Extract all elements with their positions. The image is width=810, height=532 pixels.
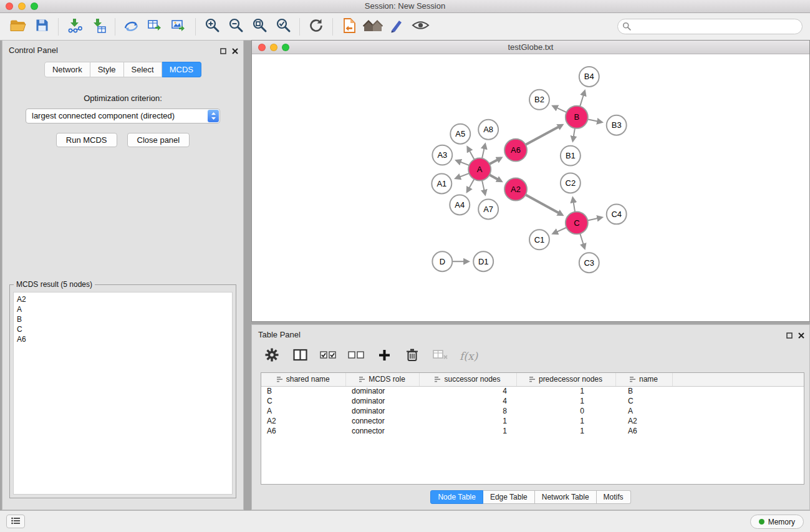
close-panel-icon[interactable]	[798, 330, 804, 341]
create-column-button[interactable]	[375, 347, 393, 365]
tab-mcds[interactable]: MCDS	[162, 62, 201, 77]
table-row[interactable]: Bdominator41B	[261, 386, 804, 396]
graph-node-A8[interactable]: A8	[478, 120, 498, 140]
tab-edge-table[interactable]: Edge Table	[483, 490, 535, 504]
export-image-button[interactable]	[167, 16, 191, 38]
import-table-button[interactable]	[87, 16, 110, 38]
column-header-predecessor-nodes[interactable]: predecessor nodes	[516, 373, 615, 386]
import-network-button[interactable]	[63, 16, 87, 38]
mcds-result-list[interactable]: A2ABCA6	[13, 292, 233, 495]
graph-node-A3[interactable]: A3	[432, 145, 452, 165]
graph-edge-B-B3[interactable]	[587, 119, 601, 122]
function-builder-button[interactable]: f(x)	[460, 347, 478, 365]
graph-node-B4[interactable]: B4	[579, 67, 599, 87]
unselect-all-columns-button[interactable]	[347, 347, 365, 365]
graph-edge-A-A4[interactable]	[467, 179, 474, 191]
zoom-in-button[interactable]	[200, 16, 224, 38]
export-network-button[interactable]	[120, 16, 143, 38]
graph-node-B1[interactable]: B1	[561, 146, 581, 166]
graph-node-C1[interactable]: C1	[529, 230, 549, 249]
table-row[interactable]: A2connector11A2	[261, 416, 804, 426]
graph-edge-A-A6[interactable]	[489, 158, 501, 164]
graph-node-A7[interactable]: A7	[478, 199, 498, 219]
list-item[interactable]: C	[17, 324, 229, 334]
tab-node-table[interactable]: Node Table	[430, 490, 483, 504]
graph-edge-A-A1[interactable]	[456, 173, 470, 178]
float-panel-icon[interactable]	[786, 330, 793, 341]
graph-edge-C-C1[interactable]	[554, 228, 567, 233]
style-brush-button[interactable]	[385, 16, 408, 38]
document-export-button[interactable]	[337, 16, 361, 38]
graph-edge-B-B4[interactable]	[580, 92, 584, 107]
graph-edge-A6-B[interactable]	[526, 125, 562, 145]
graph-node-A2[interactable]: A2	[504, 178, 527, 201]
list-item[interactable]: B	[17, 314, 229, 324]
tab-motifs[interactable]: Motifs	[597, 490, 631, 504]
close-window-button[interactable]	[6, 2, 13, 10]
task-history-button[interactable]	[6, 515, 25, 528]
column-header-shared-name[interactable]: shared name	[261, 373, 345, 386]
zoom-fit-button[interactable]	[248, 16, 271, 38]
graph-edge-A-A8[interactable]	[482, 145, 485, 158]
apply-layout-button[interactable]	[304, 16, 328, 38]
optimization-criterion-dropdown[interactable]: largest connected component (directed)	[26, 109, 220, 123]
column-header-successor-nodes[interactable]: successor nodes	[419, 373, 516, 386]
tab-network[interactable]: Network	[44, 62, 90, 77]
float-panel-icon[interactable]	[220, 46, 226, 57]
graph-edge-C-C3[interactable]	[580, 234, 584, 248]
column-header-mcds-role[interactable]: MCDS role	[345, 373, 419, 386]
graphics-details-button[interactable]	[408, 16, 432, 38]
table-row[interactable]: Cdominator41C	[261, 396, 804, 406]
graph-edge-A-A3[interactable]	[457, 161, 470, 166]
search-input[interactable]	[617, 19, 803, 34]
zoom-selected-button[interactable]	[271, 16, 295, 38]
maximize-window-button[interactable]	[31, 2, 38, 10]
tab-select[interactable]: Select	[124, 62, 162, 77]
graph-edge-A-A7[interactable]	[482, 180, 485, 194]
graph-edge-C-C2[interactable]	[573, 198, 575, 211]
graph-node-C[interactable]: C	[566, 211, 588, 234]
table-row[interactable]: Adominator80A	[261, 406, 804, 416]
home-button[interactable]	[361, 16, 385, 38]
graph-node-D[interactable]: D	[432, 251, 452, 271]
graph-edge-A2-C[interactable]	[526, 195, 562, 215]
graph-node-C2[interactable]: C2	[561, 173, 581, 193]
table-settings-button[interactable]	[263, 347, 281, 365]
zoom-out-button[interactable]	[224, 16, 248, 38]
graph-node-A5[interactable]: A5	[450, 124, 470, 144]
graph-edge-A-A2[interactable]	[489, 175, 501, 181]
network-window-titlebar[interactable]: testGlobe.txt	[252, 41, 809, 54]
delete-column-button[interactable]	[403, 347, 421, 365]
network-minimize-button[interactable]	[270, 44, 277, 51]
column-header-name[interactable]: name	[615, 373, 672, 386]
graph-edge-B-B1[interactable]	[573, 128, 575, 140]
graph-node-A4[interactable]: A4	[450, 195, 470, 215]
table-row[interactable]: A6connector11A6	[261, 426, 804, 436]
graph-node-B3[interactable]: B3	[607, 115, 627, 135]
export-table-button[interactable]	[143, 16, 167, 38]
tab-network-table[interactable]: Network Table	[535, 490, 597, 504]
network-maximize-button[interactable]	[282, 44, 289, 51]
graph-node-A6[interactable]: A6	[504, 139, 527, 162]
graph-edge-A-A5[interactable]	[468, 148, 474, 160]
minimize-window-button[interactable]	[18, 2, 26, 10]
graph-node-B2[interactable]: B2	[529, 90, 549, 110]
graph-edge-C-C4[interactable]	[587, 218, 601, 221]
delete-table-button[interactable]	[432, 347, 449, 365]
save-session-button[interactable]	[30, 16, 54, 38]
list-item[interactable]: A2	[17, 294, 229, 304]
graph-node-A1[interactable]: A1	[432, 174, 451, 194]
memory-button[interactable]: Memory	[750, 515, 804, 529]
list-item[interactable]: A6	[17, 334, 229, 344]
graph-edge-B-B2[interactable]	[554, 106, 567, 112]
graph-node-C4[interactable]: C4	[607, 204, 627, 224]
list-item[interactable]: A	[17, 304, 229, 314]
network-close-button[interactable]	[258, 44, 266, 51]
graph-node-D1[interactable]: D1	[473, 251, 493, 271]
network-canvas[interactable]: B4B2BB3A5A8A6A3B1AC2A1A2A4A7C4CC1C3DD1	[253, 55, 809, 321]
open-session-button[interactable]	[6, 16, 30, 38]
close-panel-button[interactable]: Close panel	[127, 133, 190, 147]
run-mcds-button[interactable]: Run MCDS	[56, 133, 117, 147]
tab-style[interactable]: Style	[90, 62, 124, 77]
select-all-columns-button[interactable]	[319, 347, 337, 365]
